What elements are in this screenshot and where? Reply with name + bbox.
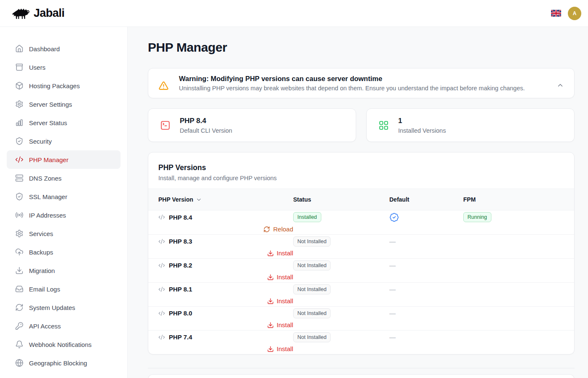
download-icon bbox=[267, 250, 274, 257]
sidebar-item-label: Users bbox=[29, 64, 45, 71]
action-label: Install bbox=[277, 297, 293, 304]
column-header-php-version-sort[interactable]: PHP Version bbox=[158, 196, 293, 203]
install-button[interactable]: Install bbox=[267, 297, 293, 304]
status-badge: Not Installed bbox=[293, 284, 331, 295]
main-content: PHP Manager Warning: Modifying PHP versi… bbox=[128, 27, 588, 378]
code-icon bbox=[158, 334, 165, 341]
brand-name: Jabali bbox=[34, 7, 65, 20]
user-avatar[interactable]: A bbox=[568, 7, 581, 20]
table-row: PHP 8.0 Not Installed — Install bbox=[148, 306, 574, 330]
install-button[interactable]: Install bbox=[267, 345, 293, 352]
status-badge: Installed bbox=[293, 212, 321, 223]
page-title: PHP Manager bbox=[148, 40, 575, 55]
action-label: Install bbox=[277, 249, 293, 257]
column-header-status: Status bbox=[293, 196, 389, 203]
sidebar-item-label: Services bbox=[29, 230, 53, 237]
sidebar-item-label: Hosting Packages bbox=[29, 82, 80, 89]
code-icon bbox=[158, 214, 165, 220]
action-label: Install bbox=[277, 321, 293, 328]
nav-icon bbox=[15, 229, 24, 238]
table-row: PHP 8.4 Installed Running Reload bbox=[148, 210, 574, 234]
stat-card-installed-versions: 1 Installed Versions bbox=[366, 108, 575, 142]
column-label: PHP Version bbox=[158, 196, 193, 203]
sidebar-item-backups[interactable]: Backups bbox=[7, 243, 121, 261]
php-version-label: PHP 7.4 bbox=[169, 333, 192, 341]
table-row: PHP 8.2 Not Installed — Install bbox=[148, 258, 574, 282]
nav-icon bbox=[15, 100, 24, 108]
sidebar-item-dns-zones[interactable]: DNS Zones bbox=[7, 169, 121, 187]
sidebar-item-label: IP Addresses bbox=[29, 212, 66, 219]
code-icon bbox=[158, 238, 165, 245]
sidebar-item-webhook-notifications[interactable]: Webhook Notifications bbox=[7, 335, 121, 354]
status-badge: Not Installed bbox=[293, 236, 331, 247]
stat-cards: PHP 8.4 Default CLI Version 1 Installed … bbox=[148, 108, 575, 142]
download-icon bbox=[267, 322, 274, 328]
stat-label: Installed Versions bbox=[398, 127, 446, 134]
action-label: Reload bbox=[273, 226, 293, 233]
no-default-dash: — bbox=[389, 238, 396, 245]
warning-collapse-button[interactable] bbox=[556, 81, 564, 89]
stat-value: PHP 8.4 bbox=[180, 117, 232, 125]
table-body: PHP 8.4 Installed Running Reload PHP 8.3… bbox=[148, 210, 574, 354]
download-icon bbox=[267, 346, 274, 352]
sidebar-item-dashboard[interactable]: Dashboard bbox=[7, 39, 121, 58]
stat-value: 1 bbox=[398, 117, 446, 125]
sidebar-item-label: Geographic Blocking bbox=[29, 360, 87, 367]
sidebar-item-system-updates[interactable]: System Updates bbox=[7, 298, 121, 317]
nav-icon bbox=[15, 211, 24, 219]
top-header: Jabali A bbox=[0, 0, 588, 27]
nav-icon bbox=[15, 81, 24, 90]
sidebar-item-email-logs[interactable]: Email Logs bbox=[7, 280, 121, 298]
stat-label: Default CLI Version bbox=[180, 127, 232, 134]
fpm-status-badge: Running bbox=[463, 212, 491, 223]
table-row: PHP 8.1 Not Installed — Install bbox=[148, 282, 574, 306]
nav-icon bbox=[15, 155, 24, 164]
code-icon bbox=[158, 286, 165, 293]
brand: Jabali bbox=[11, 6, 65, 21]
card-subtitle: Install, manage and configure PHP versio… bbox=[158, 175, 564, 181]
no-default-dash: — bbox=[389, 286, 396, 293]
nav-icon bbox=[15, 322, 24, 330]
sidebar-item-migration[interactable]: Migration bbox=[7, 261, 121, 280]
nav-icon bbox=[15, 285, 24, 293]
nav-icon bbox=[15, 118, 24, 127]
uk-flag-language-button[interactable] bbox=[551, 10, 561, 17]
sidebar-item-ip-addresses[interactable]: IP Addresses bbox=[7, 206, 121, 224]
sidebar-item-label: Server Settings bbox=[29, 101, 72, 108]
nav-icon bbox=[15, 359, 24, 367]
status-badge: Not Installed bbox=[293, 332, 331, 343]
status-badge: Not Installed bbox=[293, 260, 331, 271]
stat-card-cli-version: PHP 8.4 Default CLI Version bbox=[148, 108, 356, 142]
nav-icon bbox=[15, 192, 24, 201]
nav-icon bbox=[15, 137, 24, 145]
php-versions-card: PHP Versions Install, manage and configu… bbox=[148, 152, 575, 354]
refresh-icon bbox=[263, 226, 270, 233]
sidebar-item-ssl-manager[interactable]: SSL Manager bbox=[7, 187, 121, 206]
table-header-row: PHP Version Status Default FPM bbox=[148, 189, 574, 210]
sidebar-item-users[interactable]: Users bbox=[7, 58, 121, 76]
php-version-label: PHP 8.4 bbox=[169, 214, 192, 221]
table-row: PHP 7.4 Not Installed — Install bbox=[148, 330, 574, 354]
warning-triangle-icon bbox=[158, 81, 169, 91]
sidebar-item-server-status[interactable]: Server Status bbox=[7, 113, 121, 132]
sidebar-item-label: API Access bbox=[29, 323, 61, 330]
sidebar-item-geographic-blocking[interactable]: Geographic Blocking bbox=[7, 354, 121, 372]
sidebar-item-php-manager[interactable]: PHP Manager bbox=[7, 150, 121, 169]
sidebar-item-hosting-packages[interactable]: Hosting Packages bbox=[7, 76, 121, 95]
card-title: PHP Versions bbox=[158, 163, 564, 172]
sidebar-item-label: Migration bbox=[29, 267, 55, 274]
sidebar-item-server-settings[interactable]: Server Settings bbox=[7, 95, 121, 113]
sidebar-item-services[interactable]: Services bbox=[7, 224, 121, 243]
install-button[interactable]: Install bbox=[267, 273, 293, 281]
nav-icon bbox=[15, 248, 24, 256]
warning-banner: Warning: Modifying PHP versions can caus… bbox=[148, 68, 575, 98]
install-button[interactable]: Install bbox=[267, 321, 293, 328]
sidebar-item-api-access[interactable]: API Access bbox=[7, 317, 121, 335]
install-button[interactable]: Install bbox=[267, 249, 293, 257]
sidebar-item-label: Server Status bbox=[29, 119, 67, 126]
reload-button[interactable]: Reload bbox=[263, 226, 293, 233]
download-icon bbox=[267, 274, 274, 281]
terminal-icon bbox=[160, 120, 171, 131]
sidebar-item-security[interactable]: Security bbox=[7, 132, 121, 150]
nav-icon bbox=[15, 45, 24, 53]
